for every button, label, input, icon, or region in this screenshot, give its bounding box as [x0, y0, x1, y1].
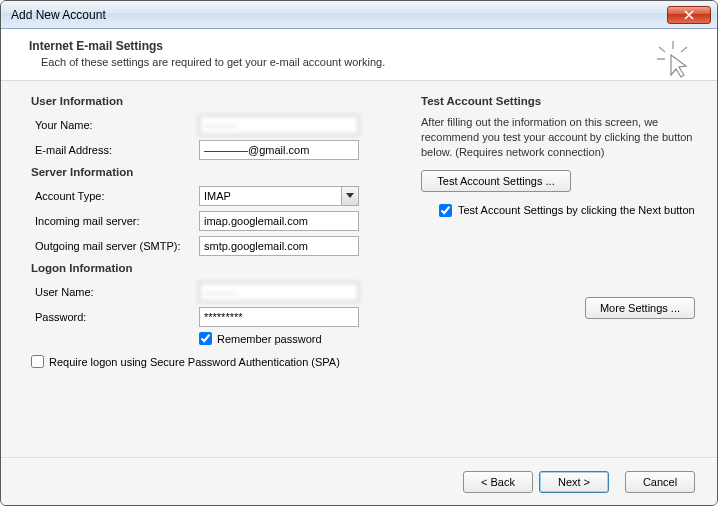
remember-password-label: Remember password [217, 333, 322, 345]
test-settings-heading: Test Account Settings [421, 95, 695, 107]
account-type-select[interactable]: IMAP [199, 186, 359, 206]
remember-password-row: Remember password [199, 332, 391, 345]
chevron-down-icon [341, 187, 358, 205]
spa-label: Require logon using Secure Password Auth… [49, 356, 340, 368]
remember-password-checkbox[interactable] [199, 332, 212, 345]
svg-line-1 [659, 47, 665, 52]
left-column: User Information Your Name: E-mail Addre… [31, 95, 391, 449]
next-button[interactable]: Next > [539, 471, 609, 493]
banner-subtitle: Each of these settings are required to g… [29, 56, 703, 68]
incoming-input[interactable] [199, 211, 359, 231]
logon-info-heading: Logon Information [31, 262, 391, 274]
svg-line-2 [681, 47, 687, 52]
footer: < Back Next > Cancel [1, 458, 717, 505]
test-next-row: Test Account Settings by clicking the Ne… [439, 204, 695, 217]
banner-title: Internet E-mail Settings [29, 39, 703, 53]
your-name-input[interactable] [199, 115, 359, 135]
cursor-click-icon [653, 39, 693, 79]
password-label: Password: [31, 311, 199, 323]
spa-checkbox[interactable] [31, 355, 44, 368]
dialog-window: Add New Account Internet E-mail Settings… [0, 0, 718, 506]
incoming-label: Incoming mail server: [31, 215, 199, 227]
username-label: User Name: [31, 286, 199, 298]
banner: Internet E-mail Settings Each of these s… [1, 29, 717, 81]
username-input[interactable] [199, 282, 359, 302]
body: User Information Your Name: E-mail Addre… [1, 81, 717, 458]
outgoing-label: Outgoing mail server (SMTP): [31, 240, 199, 252]
account-type-value: IMAP [204, 190, 231, 202]
account-type-label: Account Type: [31, 190, 199, 202]
email-label: E-mail Address: [31, 144, 199, 156]
your-name-label: Your Name: [31, 119, 199, 131]
row-your-name: Your Name: [31, 115, 391, 135]
close-icon [684, 10, 694, 20]
password-input[interactable] [199, 307, 359, 327]
user-info-heading: User Information [31, 95, 391, 107]
close-button[interactable] [667, 6, 711, 24]
test-next-checkbox[interactable] [439, 204, 452, 217]
right-column: Test Account Settings After filling out … [421, 95, 695, 449]
test-next-label: Test Account Settings by clicking the Ne… [458, 204, 695, 216]
back-button[interactable]: < Back [463, 471, 533, 493]
row-email: E-mail Address: [31, 140, 391, 160]
server-info-heading: Server Information [31, 166, 391, 178]
spa-row: Require logon using Secure Password Auth… [31, 355, 391, 368]
more-settings-button[interactable]: More Settings ... [585, 297, 695, 319]
row-outgoing: Outgoing mail server (SMTP): [31, 236, 391, 256]
outgoing-input[interactable] [199, 236, 359, 256]
window-title: Add New Account [11, 8, 106, 22]
row-incoming: Incoming mail server: [31, 211, 391, 231]
test-account-button[interactable]: Test Account Settings ... [421, 170, 571, 192]
cancel-button[interactable]: Cancel [625, 471, 695, 493]
row-account-type: Account Type: IMAP [31, 186, 391, 206]
email-input[interactable] [199, 140, 359, 160]
row-password: Password: [31, 307, 391, 327]
row-username: User Name: [31, 282, 391, 302]
titlebar[interactable]: Add New Account [1, 1, 717, 29]
test-settings-desc: After filling out the information on thi… [421, 115, 695, 160]
